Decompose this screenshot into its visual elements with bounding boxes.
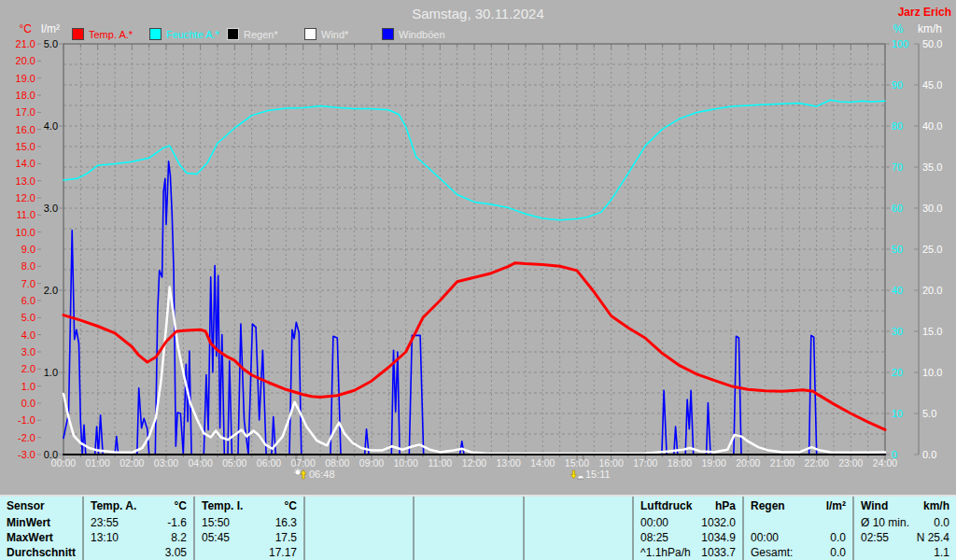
x-axis-label: 22:00	[805, 457, 829, 469]
temp-axis-label: 8.0	[21, 260, 35, 272]
table-cell-text: 23:55	[91, 516, 119, 529]
table-cell	[413, 530, 523, 545]
sunrise-icon	[294, 469, 307, 480]
sunset-time: 15:11	[585, 469, 611, 480]
rain-axis-label: 3.0	[44, 203, 58, 214]
table-cell-text: MinWert	[7, 516, 50, 529]
temp-axis-label: 16.0	[16, 124, 35, 135]
rain-axis-label: 5.0	[44, 38, 58, 49]
wind-axis-label: 15.0	[922, 326, 942, 337]
x-axis-label: 05:00	[222, 457, 246, 469]
temp-axis-label: 2.0	[21, 363, 35, 374]
temp-axis-label: 4.0	[21, 329, 35, 341]
table-cell: 00:000.0	[742, 530, 852, 545]
table-cell-text: Luftdruck	[640, 499, 692, 512]
rain-axis-label: 1.0	[44, 367, 58, 378]
table-cell: 05:4517.5	[193, 530, 303, 545]
table-cell: 02:55N 25.4	[852, 530, 956, 545]
table-cell: 23:55-1.6	[82, 515, 193, 530]
table-row-label: MinWert	[0, 515, 82, 530]
table-cell: 15:5016.3	[193, 515, 303, 530]
table-cell-value: 17.5	[275, 531, 297, 544]
temp-axis-label: -2.0	[18, 432, 35, 443]
x-axis-label: 11:00	[429, 457, 453, 469]
humidity-axis-label: 50	[892, 244, 903, 255]
table-cell: 08:251034.9	[632, 530, 742, 545]
temp-axis-label: 20.0	[16, 55, 35, 66]
x-axis-label: 01:00	[86, 457, 110, 469]
table-cell-value: 1.1	[934, 546, 949, 559]
x-axis-label: 09:00	[359, 457, 384, 469]
x-axis-label: 04:00	[189, 457, 213, 469]
temp-axis-label: 11.0	[16, 209, 35, 220]
x-axis-label: 00:00	[51, 457, 76, 469]
x-axis-label: 23:00	[838, 457, 863, 469]
table-cell	[523, 515, 632, 530]
table-cell-text: ^1.1hPa/h	[640, 546, 691, 559]
series-humidity	[63, 100, 885, 220]
table-cell-value: l/m²	[826, 499, 846, 512]
table-cell: 13:108.2	[82, 530, 193, 545]
table-cell-value: 17.17	[269, 546, 297, 559]
x-axis-label: 21:00	[770, 457, 794, 469]
weather-station-screen: Samstag, 30.11.2024 Jarz Erich °C l/m² %…	[0, 0, 956, 560]
x-axis-label: 19:00	[702, 457, 726, 469]
sunset-marker: 15:11	[570, 469, 611, 480]
temp-axis-label: 13.0	[16, 175, 35, 187]
humidity-axis-label: 90	[892, 79, 903, 91]
table-cell-value: 1032.0	[701, 516, 736, 529]
x-axis-label: 18:00	[668, 457, 692, 469]
temp-axis-label: 17.0	[16, 106, 35, 118]
temp-axis-label: 19.0	[16, 73, 35, 84]
table-cell: ^1.1hPa/h1033.7	[632, 545, 742, 560]
table-cell-text: Sensor	[7, 499, 45, 512]
table-header: Temp. I.°C	[193, 497, 303, 515]
table-cell: 3.05	[82, 545, 193, 560]
table-cell-text: 13:10	[91, 531, 119, 544]
temp-axis-label: 21.0	[16, 38, 35, 49]
wind-axis-label: 0.0	[922, 449, 936, 460]
table-cell-value: 0.0	[830, 531, 846, 544]
wind-axis-label: 50.0	[922, 38, 942, 49]
table-cell-value: 0.0	[934, 516, 949, 529]
table-header-sensor: Sensor	[0, 497, 82, 515]
humidity-axis-label: 20	[892, 367, 903, 378]
series-wind	[63, 161, 885, 455]
table-cell-text: Wind	[861, 499, 888, 512]
x-axis-label: 06:00	[257, 457, 281, 469]
rain-axis-label: 2.0	[44, 285, 58, 296]
x-axis-label: 15:00	[565, 457, 589, 469]
x-axis-label: 24:00	[873, 457, 897, 469]
humidity-axis-label: 80	[892, 120, 903, 132]
table-cell-text: Durchschnitt	[7, 546, 76, 559]
table-header: Windkm/h	[852, 497, 956, 515]
table-header	[303, 497, 413, 515]
summary-table: SensorTemp. A.°CTemp. I.°CLuftdruckhPaRe…	[0, 495, 956, 560]
x-axis-label: 12:00	[462, 457, 486, 469]
sunset-icon	[570, 469, 583, 480]
humidity-axis-label: 30	[892, 326, 903, 337]
temp-axis-label: 1.0	[21, 381, 35, 392]
wind-axis-label: 30.0	[922, 203, 942, 214]
table-cell-value: 1034.9	[701, 531, 736, 544]
table-cell-text: 05:45	[202, 531, 230, 544]
table-header: Temp. A.°C	[82, 497, 193, 515]
temp-axis-label: 15.0	[16, 141, 35, 152]
table-cell-value: 16.3	[275, 516, 297, 529]
x-axis-label: 17:00	[633, 457, 657, 469]
table-cell-value: km/h	[923, 499, 949, 512]
table-header	[523, 497, 632, 515]
table-cell	[303, 530, 413, 545]
table-cell	[523, 545, 632, 560]
weather-chart: 21.020.019.018.017.016.015.014.013.012.0…	[0, 0, 956, 495]
sunrise-marker: 06:48	[294, 469, 335, 480]
table-cell-value: hPa	[715, 499, 736, 512]
wind-axis-label: 40.0	[922, 120, 942, 132]
table-cell-value: N 25.4	[917, 531, 949, 544]
humidity-axis-label: 100	[892, 38, 908, 49]
table-cell: 1.1	[852, 545, 956, 560]
table-cell-text: Temp. A.	[91, 499, 136, 512]
temp-axis-label: 18.0	[16, 90, 35, 101]
table-cell-value: °C	[175, 499, 187, 512]
temp-axis-label: 5.0	[21, 312, 35, 323]
